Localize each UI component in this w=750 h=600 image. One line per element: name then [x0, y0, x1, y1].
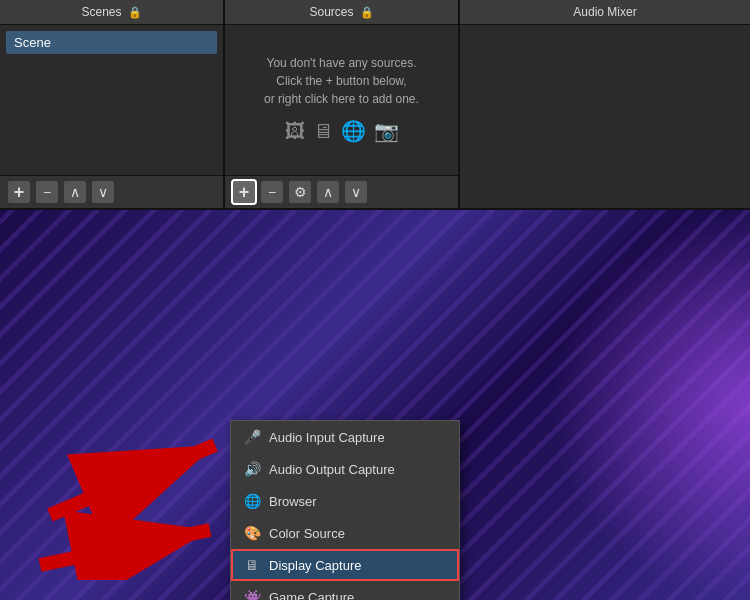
- scenes-lock-icon[interactable]: 🔒: [128, 6, 142, 19]
- scene-item[interactable]: Scene: [6, 31, 217, 54]
- sources-dropdown-menu: 🎤 Audio Input Capture 🔊 Audio Output Cap…: [230, 420, 460, 600]
- dropdown-item-audio-output[interactable]: 🔊 Audio Output Capture: [231, 453, 459, 485]
- game-capture-icon: 👾: [243, 588, 261, 600]
- audio-mixer-title: Audio Mixer: [573, 5, 636, 19]
- dropdown-item-game-capture[interactable]: 👾 Game Capture: [231, 581, 459, 600]
- sources-empty-text: You don't have any sources.Click the + b…: [264, 54, 419, 108]
- scenes-panel-header: Scenes 🔒: [0, 0, 223, 25]
- sources-down-button[interactable]: ∨: [345, 181, 367, 203]
- scenes-add-button[interactable]: +: [8, 181, 30, 203]
- dropdown-item-browser[interactable]: 🌐 Browser: [231, 485, 459, 517]
- dropdown-label-display-capture: Display Capture: [269, 558, 362, 573]
- sources-add-button[interactable]: +: [233, 181, 255, 203]
- scenes-up-button[interactable]: ∧: [64, 181, 86, 203]
- sources-settings-button[interactable]: ⚙: [289, 181, 311, 203]
- scenes-content: Scene: [0, 25, 223, 175]
- scenes-remove-button[interactable]: −: [36, 181, 58, 203]
- sources-panel-header: Sources 🔒: [225, 0, 458, 25]
- sources-up-button[interactable]: ∧: [317, 181, 339, 203]
- browser-icon: 🌐: [243, 492, 261, 510]
- scenes-title: Scenes: [81, 5, 121, 19]
- audio-mixer-panel: Audio Mixer: [460, 0, 750, 208]
- sources-remove-button[interactable]: −: [261, 181, 283, 203]
- dropdown-item-color-source[interactable]: 🎨 Color Source: [231, 517, 459, 549]
- display-source-icon: 🖥: [313, 116, 333, 146]
- color-source-icon: 🎨: [243, 524, 261, 542]
- sources-title: Sources: [309, 5, 353, 19]
- dropdown-label-audio-output: Audio Output Capture: [269, 462, 395, 477]
- dropdown-label-browser: Browser: [269, 494, 317, 509]
- sources-panel: Sources 🔒 You don't have any sources.Cli…: [225, 0, 460, 208]
- sources-type-icons: 🖼 🖥 🌐 📷: [285, 116, 399, 146]
- web-source-icon: 🌐: [341, 116, 366, 146]
- sources-content[interactable]: You don't have any sources.Click the + b…: [225, 25, 458, 175]
- audio-input-icon: 🎤: [243, 428, 261, 446]
- preview-area: 🎤 Audio Input Capture 🔊 Audio Output Cap…: [0, 210, 750, 600]
- sources-empty-message: You don't have any sources.Click the + b…: [231, 31, 452, 169]
- audio-output-icon: 🔊: [243, 460, 261, 478]
- scenes-down-button[interactable]: ∨: [92, 181, 114, 203]
- sources-toolbar: + − ⚙ ∧ ∨: [225, 175, 458, 208]
- audio-mixer-header: Audio Mixer: [460, 0, 750, 25]
- display-capture-icon: 🖥: [243, 556, 261, 574]
- scenes-panel: Scenes 🔒 Scene + − ∧ ∨: [0, 0, 225, 208]
- dropdown-label-color-source: Color Source: [269, 526, 345, 541]
- dropdown-label-game-capture: Game Capture: [269, 590, 354, 601]
- audio-mixer-content: [460, 25, 750, 208]
- image-source-icon: 🖼: [285, 116, 305, 146]
- dropdown-item-display-capture[interactable]: 🖥 Display Capture: [231, 549, 459, 581]
- scenes-toolbar: + − ∧ ∨: [0, 175, 223, 208]
- dropdown-item-audio-input[interactable]: 🎤 Audio Input Capture: [231, 421, 459, 453]
- sources-lock-icon[interactable]: 🔒: [360, 6, 374, 19]
- dropdown-label-audio-input: Audio Input Capture: [269, 430, 385, 445]
- camera-source-icon: 📷: [374, 116, 399, 146]
